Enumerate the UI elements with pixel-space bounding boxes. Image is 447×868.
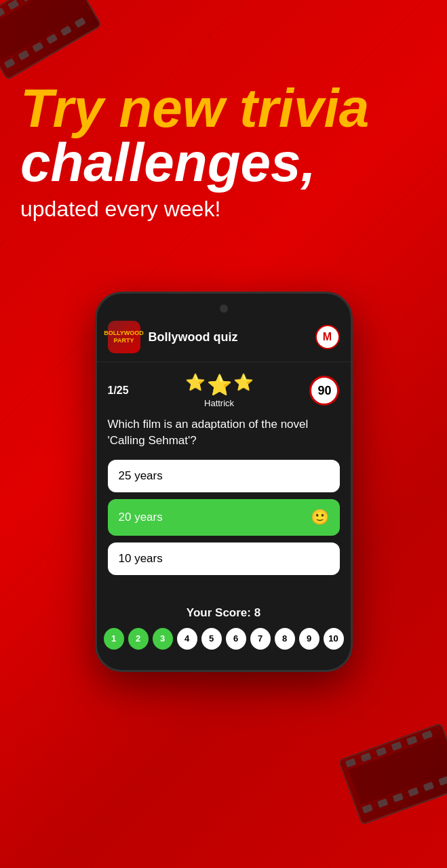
progress-dot-5[interactable]: 5 <box>201 628 222 650</box>
progress-dot-9[interactable]: 9 <box>299 628 319 650</box>
app-icon: BOLLYWOODPARTY <box>108 321 140 353</box>
answer-text-2: 20 years <box>119 511 163 524</box>
answer-option-3[interactable]: 10 years <box>108 542 340 575</box>
score-section: Your Score: 8 <box>97 593 351 628</box>
stars-row: ⭐ ⭐ ⭐ <box>185 373 254 397</box>
hattrick-label: Hattrick <box>204 398 234 408</box>
progress-dot-3[interactable]: 3 <box>153 628 173 650</box>
answer-option-1[interactable]: 25 years <box>108 460 340 492</box>
answer-emoji-2: 🙂 <box>311 509 329 526</box>
phone-screen: BOLLYWOODPARTY Bollywood quiz M 1/25 ⭐ ⭐… <box>95 292 353 672</box>
answer-text-3: 10 years <box>119 552 163 566</box>
hero-line2: challenges, <box>20 136 427 190</box>
stars-area: ⭐ ⭐ ⭐ Hattrick <box>185 373 254 408</box>
progress-dot-4[interactable]: 4 <box>177 628 197 650</box>
progress-dot-1[interactable]: 1 <box>104 628 124 650</box>
hero-subtitle: updated every week! <box>20 197 427 222</box>
star-3-icon: ⭐ <box>233 373 254 397</box>
progress-dot-6[interactable]: 6 <box>226 628 246 650</box>
quiz-meta-row: 1/25 ⭐ ⭐ ⭐ Hattrick 90 <box>108 373 340 408</box>
hero-section: Try new trivia challenges, updated every… <box>20 81 427 222</box>
quiz-body: 1/25 ⭐ ⭐ ⭐ Hattrick 90 Which film is an … <box>97 362 351 593</box>
progress-row: 1 2 3 4 5 6 7 8 9 10 <box>97 628 351 650</box>
progress-dot-8[interactable]: 8 <box>275 628 295 650</box>
phone-notch <box>220 304 228 313</box>
answer-option-2[interactable]: 20 years 🙂 <box>108 499 340 536</box>
question-number: 1/25 <box>108 384 129 397</box>
phone-mockup: BOLLYWOODPARTY Bollywood quiz M 1/25 ⭐ ⭐… <box>95 292 353 672</box>
star-1-icon: ⭐ <box>185 373 206 397</box>
progress-dot-7[interactable]: 7 <box>250 628 271 650</box>
question-text: Which film is an adaptation of the novel… <box>108 416 340 449</box>
app-title: Bollywood quiz <box>149 330 315 344</box>
app-header: BOLLYWOODPARTY Bollywood quiz M <box>97 321 351 362</box>
progress-dot-10[interactable]: 10 <box>324 628 344 650</box>
hero-line1: Try new trivia <box>20 81 427 136</box>
answer-text-1: 25 years <box>119 469 163 483</box>
timer-display: 90 <box>309 376 339 406</box>
score-label: Your Score: 8 <box>97 606 351 620</box>
user-avatar[interactable]: M <box>315 325 340 349</box>
progress-dot-2[interactable]: 2 <box>128 628 149 650</box>
star-2-icon: ⭐ <box>207 373 232 397</box>
